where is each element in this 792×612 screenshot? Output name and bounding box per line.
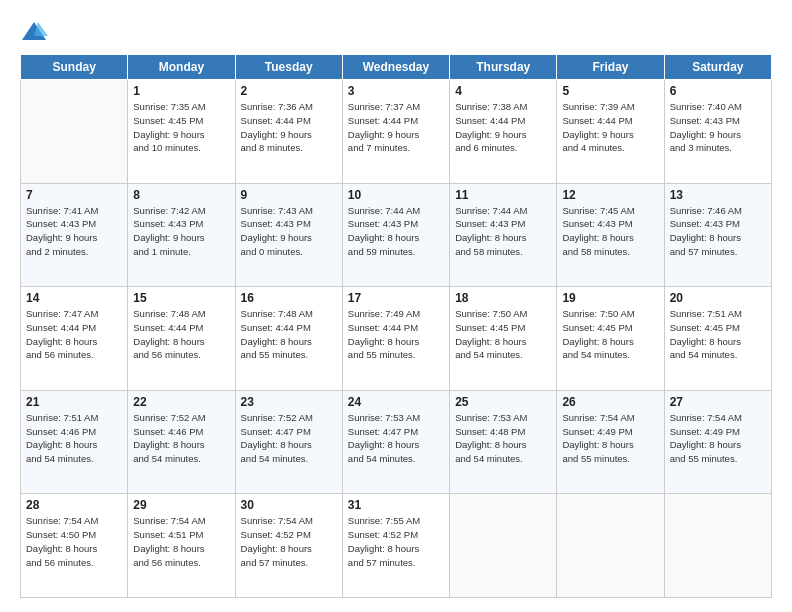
calendar-cell: 5Sunrise: 7:39 AM Sunset: 4:44 PM Daylig…: [557, 80, 664, 184]
col-header-tuesday: Tuesday: [235, 55, 342, 80]
calendar-cell: 13Sunrise: 7:46 AM Sunset: 4:43 PM Dayli…: [664, 183, 771, 287]
week-row-0: 1Sunrise: 7:35 AM Sunset: 4:45 PM Daylig…: [21, 80, 772, 184]
calendar-cell: 8Sunrise: 7:42 AM Sunset: 4:43 PM Daylig…: [128, 183, 235, 287]
calendar-cell: 22Sunrise: 7:52 AM Sunset: 4:46 PM Dayli…: [128, 390, 235, 494]
day-info: Sunrise: 7:53 AM Sunset: 4:48 PM Dayligh…: [455, 411, 551, 466]
day-info: Sunrise: 7:43 AM Sunset: 4:43 PM Dayligh…: [241, 204, 337, 259]
day-number: 14: [26, 291, 122, 305]
day-number: 27: [670, 395, 766, 409]
day-info: Sunrise: 7:39 AM Sunset: 4:44 PM Dayligh…: [562, 100, 658, 155]
day-info: Sunrise: 7:54 AM Sunset: 4:50 PM Dayligh…: [26, 514, 122, 569]
day-info: Sunrise: 7:37 AM Sunset: 4:44 PM Dayligh…: [348, 100, 444, 155]
calendar-cell: 21Sunrise: 7:51 AM Sunset: 4:46 PM Dayli…: [21, 390, 128, 494]
calendar-cell: 3Sunrise: 7:37 AM Sunset: 4:44 PM Daylig…: [342, 80, 449, 184]
col-header-monday: Monday: [128, 55, 235, 80]
week-row-3: 21Sunrise: 7:51 AM Sunset: 4:46 PM Dayli…: [21, 390, 772, 494]
day-number: 26: [562, 395, 658, 409]
day-info: Sunrise: 7:55 AM Sunset: 4:52 PM Dayligh…: [348, 514, 444, 569]
day-number: 28: [26, 498, 122, 512]
calendar-cell: 27Sunrise: 7:54 AM Sunset: 4:49 PM Dayli…: [664, 390, 771, 494]
calendar-header: SundayMondayTuesdayWednesdayThursdayFrid…: [21, 55, 772, 80]
calendar-table: SundayMondayTuesdayWednesdayThursdayFrid…: [20, 54, 772, 598]
col-header-saturday: Saturday: [664, 55, 771, 80]
day-info: Sunrise: 7:52 AM Sunset: 4:46 PM Dayligh…: [133, 411, 229, 466]
calendar-body: 1Sunrise: 7:35 AM Sunset: 4:45 PM Daylig…: [21, 80, 772, 598]
week-row-4: 28Sunrise: 7:54 AM Sunset: 4:50 PM Dayli…: [21, 494, 772, 598]
day-number: 15: [133, 291, 229, 305]
day-info: Sunrise: 7:44 AM Sunset: 4:43 PM Dayligh…: [348, 204, 444, 259]
calendar-cell: 31Sunrise: 7:55 AM Sunset: 4:52 PM Dayli…: [342, 494, 449, 598]
logo: [20, 18, 52, 46]
calendar-cell: 11Sunrise: 7:44 AM Sunset: 4:43 PM Dayli…: [450, 183, 557, 287]
day-info: Sunrise: 7:44 AM Sunset: 4:43 PM Dayligh…: [455, 204, 551, 259]
day-number: 2: [241, 84, 337, 98]
page: SundayMondayTuesdayWednesdayThursdayFrid…: [0, 0, 792, 612]
day-number: 3: [348, 84, 444, 98]
calendar-cell: 2Sunrise: 7:36 AM Sunset: 4:44 PM Daylig…: [235, 80, 342, 184]
day-info: Sunrise: 7:48 AM Sunset: 4:44 PM Dayligh…: [133, 307, 229, 362]
day-info: Sunrise: 7:51 AM Sunset: 4:46 PM Dayligh…: [26, 411, 122, 466]
calendar-cell: 12Sunrise: 7:45 AM Sunset: 4:43 PM Dayli…: [557, 183, 664, 287]
calendar-cell: 18Sunrise: 7:50 AM Sunset: 4:45 PM Dayli…: [450, 287, 557, 391]
day-number: 5: [562, 84, 658, 98]
calendar-cell: 24Sunrise: 7:53 AM Sunset: 4:47 PM Dayli…: [342, 390, 449, 494]
calendar-cell: [664, 494, 771, 598]
header: [20, 18, 772, 46]
calendar-cell: [450, 494, 557, 598]
calendar-cell: 30Sunrise: 7:54 AM Sunset: 4:52 PM Dayli…: [235, 494, 342, 598]
header-row: SundayMondayTuesdayWednesdayThursdayFrid…: [21, 55, 772, 80]
calendar-cell: 28Sunrise: 7:54 AM Sunset: 4:50 PM Dayli…: [21, 494, 128, 598]
day-info: Sunrise: 7:50 AM Sunset: 4:45 PM Dayligh…: [562, 307, 658, 362]
col-header-thursday: Thursday: [450, 55, 557, 80]
day-info: Sunrise: 7:49 AM Sunset: 4:44 PM Dayligh…: [348, 307, 444, 362]
calendar-cell: [557, 494, 664, 598]
calendar-cell: [21, 80, 128, 184]
calendar-cell: 26Sunrise: 7:54 AM Sunset: 4:49 PM Dayli…: [557, 390, 664, 494]
day-info: Sunrise: 7:41 AM Sunset: 4:43 PM Dayligh…: [26, 204, 122, 259]
day-number: 17: [348, 291, 444, 305]
day-number: 4: [455, 84, 551, 98]
calendar-cell: 15Sunrise: 7:48 AM Sunset: 4:44 PM Dayli…: [128, 287, 235, 391]
day-number: 18: [455, 291, 551, 305]
day-info: Sunrise: 7:52 AM Sunset: 4:47 PM Dayligh…: [241, 411, 337, 466]
day-number: 29: [133, 498, 229, 512]
calendar-cell: 29Sunrise: 7:54 AM Sunset: 4:51 PM Dayli…: [128, 494, 235, 598]
day-info: Sunrise: 7:48 AM Sunset: 4:44 PM Dayligh…: [241, 307, 337, 362]
calendar-cell: 16Sunrise: 7:48 AM Sunset: 4:44 PM Dayli…: [235, 287, 342, 391]
calendar-cell: 14Sunrise: 7:47 AM Sunset: 4:44 PM Dayli…: [21, 287, 128, 391]
calendar-cell: 9Sunrise: 7:43 AM Sunset: 4:43 PM Daylig…: [235, 183, 342, 287]
day-info: Sunrise: 7:36 AM Sunset: 4:44 PM Dayligh…: [241, 100, 337, 155]
day-info: Sunrise: 7:54 AM Sunset: 4:49 PM Dayligh…: [562, 411, 658, 466]
day-info: Sunrise: 7:46 AM Sunset: 4:43 PM Dayligh…: [670, 204, 766, 259]
calendar-cell: 25Sunrise: 7:53 AM Sunset: 4:48 PM Dayli…: [450, 390, 557, 494]
day-number: 11: [455, 188, 551, 202]
day-number: 7: [26, 188, 122, 202]
calendar-cell: 4Sunrise: 7:38 AM Sunset: 4:44 PM Daylig…: [450, 80, 557, 184]
week-row-1: 7Sunrise: 7:41 AM Sunset: 4:43 PM Daylig…: [21, 183, 772, 287]
day-number: 31: [348, 498, 444, 512]
col-header-friday: Friday: [557, 55, 664, 80]
day-info: Sunrise: 7:53 AM Sunset: 4:47 PM Dayligh…: [348, 411, 444, 466]
day-number: 12: [562, 188, 658, 202]
logo-icon: [20, 18, 48, 46]
day-info: Sunrise: 7:38 AM Sunset: 4:44 PM Dayligh…: [455, 100, 551, 155]
calendar-cell: 17Sunrise: 7:49 AM Sunset: 4:44 PM Dayli…: [342, 287, 449, 391]
col-header-wednesday: Wednesday: [342, 55, 449, 80]
day-number: 25: [455, 395, 551, 409]
day-number: 1: [133, 84, 229, 98]
week-row-2: 14Sunrise: 7:47 AM Sunset: 4:44 PM Dayli…: [21, 287, 772, 391]
day-info: Sunrise: 7:51 AM Sunset: 4:45 PM Dayligh…: [670, 307, 766, 362]
day-number: 16: [241, 291, 337, 305]
day-number: 8: [133, 188, 229, 202]
calendar-cell: 19Sunrise: 7:50 AM Sunset: 4:45 PM Dayli…: [557, 287, 664, 391]
calendar-cell: 10Sunrise: 7:44 AM Sunset: 4:43 PM Dayli…: [342, 183, 449, 287]
day-number: 22: [133, 395, 229, 409]
day-info: Sunrise: 7:45 AM Sunset: 4:43 PM Dayligh…: [562, 204, 658, 259]
day-number: 9: [241, 188, 337, 202]
col-header-sunday: Sunday: [21, 55, 128, 80]
day-info: Sunrise: 7:40 AM Sunset: 4:43 PM Dayligh…: [670, 100, 766, 155]
day-info: Sunrise: 7:54 AM Sunset: 4:49 PM Dayligh…: [670, 411, 766, 466]
day-info: Sunrise: 7:47 AM Sunset: 4:44 PM Dayligh…: [26, 307, 122, 362]
day-number: 13: [670, 188, 766, 202]
day-number: 30: [241, 498, 337, 512]
